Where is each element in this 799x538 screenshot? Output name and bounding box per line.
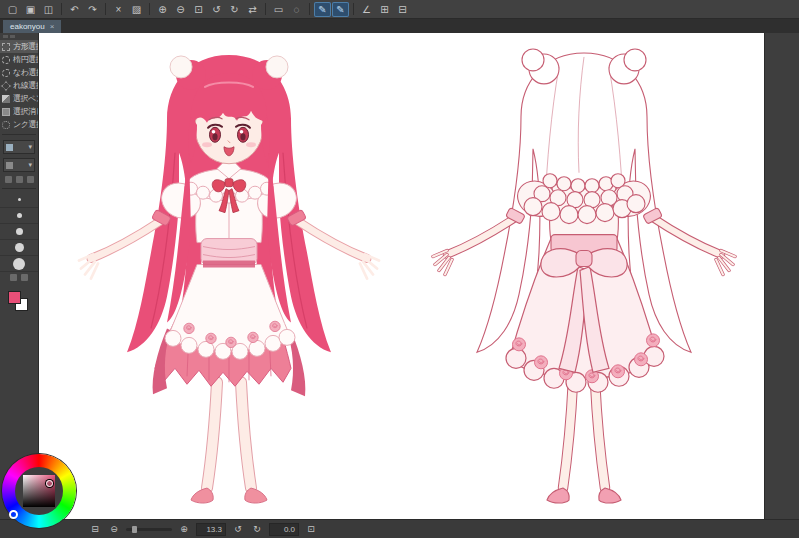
right-dock xyxy=(764,33,799,519)
toolbar-separator xyxy=(149,3,150,15)
zoom-in-icon[interactable]: ⊕ xyxy=(154,2,171,17)
sv-marker xyxy=(46,480,53,487)
zoom-out-icon[interactable]: ⊖ xyxy=(172,2,189,17)
panels-icon[interactable]: ⊟ xyxy=(394,2,411,17)
subtool-item-lasso-select[interactable]: なわ選択 xyxy=(0,66,38,79)
palette-header xyxy=(0,33,38,40)
rotate-left-icon[interactable]: ↺ xyxy=(208,2,225,17)
brush-size-item[interactable] xyxy=(0,192,38,208)
brush-size-item[interactable] xyxy=(0,240,38,256)
palette-button-icon[interactable] xyxy=(10,274,17,281)
brush-size-item[interactable] xyxy=(0,208,38,224)
dropdown-swatch-icon xyxy=(6,144,13,151)
brush-size-dot xyxy=(17,213,22,218)
rotate-left-icon[interactable]: ↺ xyxy=(231,524,245,534)
document-tab-bar: eakonyou × xyxy=(0,19,799,33)
chevron-down-icon: ▾ xyxy=(28,161,32,169)
tool-property-buttons xyxy=(0,174,38,185)
zoom-in-icon[interactable]: ⊕ xyxy=(177,524,191,534)
save-icon[interactable]: ◫ xyxy=(40,2,57,17)
brush-icon[interactable]: ✎ xyxy=(332,2,349,17)
subtool-item-selection-pen[interactable]: 選択ペン xyxy=(0,92,38,105)
subtool-label: れ線選択 xyxy=(13,80,38,91)
brush-size-item[interactable] xyxy=(0,224,38,240)
open-file-icon[interactable]: ▣ xyxy=(22,2,39,17)
brush-size-dot xyxy=(18,198,21,201)
subtool-label: 方形選択 xyxy=(13,41,38,52)
lasso-select-icon xyxy=(2,69,10,77)
brush-size-dot xyxy=(13,258,25,270)
chevron-down-icon: ▾ xyxy=(28,143,32,151)
subtool-item-polyline-select[interactable]: れ線選択 xyxy=(0,79,38,92)
brush-size-item[interactable] xyxy=(0,256,38,272)
shrink-select-icon xyxy=(2,121,10,129)
document-tab-label: eakonyou xyxy=(10,22,45,31)
palette-buttons xyxy=(0,272,38,283)
subtool-item-shrink-select[interactable]: ンク選択 xyxy=(0,118,38,131)
doc-info-icon[interactable]: ⊟ xyxy=(88,524,102,534)
zoom-out-icon[interactable]: ⊖ xyxy=(107,524,121,534)
zoom-slider-thumb[interactable] xyxy=(132,526,137,533)
subtool-item-rectangle-select[interactable]: 方形選択 xyxy=(0,40,38,53)
brush-size-dot xyxy=(15,243,24,252)
fit-view-icon[interactable]: ⊡ xyxy=(304,524,318,534)
dropdown-swatch-icon xyxy=(6,162,13,169)
tool-property-dropdown-2[interactable]: ▾ xyxy=(3,158,35,172)
subtool-label: 選択消し xyxy=(13,106,38,117)
toolbar-separator xyxy=(309,3,310,15)
toolbar-separator xyxy=(265,3,266,15)
application-window: ▢ ▣ ◫ ↶ ↷ × ▨ ⊕ ⊖ ⊡ ↺ ↻ ⇄ ▭ ◌ ✎ ✎ ∠ ⊞ ⊟ … xyxy=(0,0,799,538)
palette-header-dot xyxy=(3,35,8,38)
fit-view-icon[interactable]: ⊡ xyxy=(190,2,207,17)
hue-marker xyxy=(9,510,18,519)
property-button-icon[interactable] xyxy=(5,176,12,183)
close-icon[interactable]: × xyxy=(50,22,55,31)
color-swatches xyxy=(6,291,30,313)
document-tab[interactable]: eakonyou × xyxy=(3,20,61,33)
top-toolbar: ▢ ▣ ◫ ↶ ↷ × ▨ ⊕ ⊖ ⊡ ↺ ↻ ⇄ ▭ ◌ ✎ ✎ ∠ ⊞ ⊟ xyxy=(0,0,799,19)
redo-icon[interactable]: ↷ xyxy=(84,2,101,17)
pen-icon[interactable]: ✎ xyxy=(314,2,331,17)
palette-header-dot xyxy=(10,35,15,38)
fill-icon[interactable]: ▨ xyxy=(128,2,145,17)
canvas[interactable] xyxy=(39,33,764,519)
subtool-label: なわ選択 xyxy=(13,67,38,78)
back-figure xyxy=(433,49,735,503)
subtool-item-erase-selection[interactable]: 選択消し xyxy=(0,105,38,118)
subtool-label: 選択ペン xyxy=(13,93,38,104)
ruler-icon[interactable]: ∠ xyxy=(358,2,375,17)
select-lasso-icon[interactable]: ◌ xyxy=(288,2,305,17)
left-tool-dock: 方形選択 楕円選択 なわ選択 れ線選択 選択ペン 選択消し xyxy=(0,33,39,519)
property-button-icon[interactable] xyxy=(16,176,23,183)
front-figure xyxy=(79,55,379,503)
main-color-swatch[interactable] xyxy=(8,291,21,304)
selection-pen-icon xyxy=(2,95,10,103)
rotate-value: 0.0 xyxy=(269,523,299,536)
zoom-slider[interactable] xyxy=(126,528,172,531)
ellipse-select-icon xyxy=(2,56,10,64)
grid-icon[interactable]: ⊞ xyxy=(376,2,393,17)
status-bar: ⊟ ⊖ ⊕ 13.3 ↺ ↻ 0.0 ⊡ xyxy=(0,519,799,538)
polyline-select-icon xyxy=(1,81,11,91)
subtool-label: 楕円選択 xyxy=(13,54,38,65)
undo-icon[interactable]: ↶ xyxy=(66,2,83,17)
rotate-right-icon[interactable]: ↻ xyxy=(250,524,264,534)
clear-icon[interactable]: × xyxy=(110,2,127,17)
new-file-icon[interactable]: ▢ xyxy=(4,2,21,17)
rectangle-select-icon xyxy=(2,43,10,51)
brush-size-dot xyxy=(16,228,23,235)
canvas-artwork xyxy=(39,33,764,519)
select-rectangle-icon[interactable]: ▭ xyxy=(270,2,287,17)
erase-selection-icon xyxy=(2,108,10,116)
property-button-icon[interactable] xyxy=(27,176,34,183)
palette-button-icon[interactable] xyxy=(21,274,28,281)
toolbar-separator xyxy=(61,3,62,15)
subtool-item-ellipse-select[interactable]: 楕円選択 xyxy=(0,53,38,66)
tool-property-dropdown-1[interactable]: ▾ xyxy=(3,140,35,154)
rotate-right-icon[interactable]: ↻ xyxy=(226,2,243,17)
color-wheel xyxy=(2,454,76,528)
toolbar-separator xyxy=(105,3,106,15)
flip-horizontal-icon[interactable]: ⇄ xyxy=(244,2,261,17)
toolbar-separator xyxy=(353,3,354,15)
zoom-value: 13.3 xyxy=(196,523,226,536)
